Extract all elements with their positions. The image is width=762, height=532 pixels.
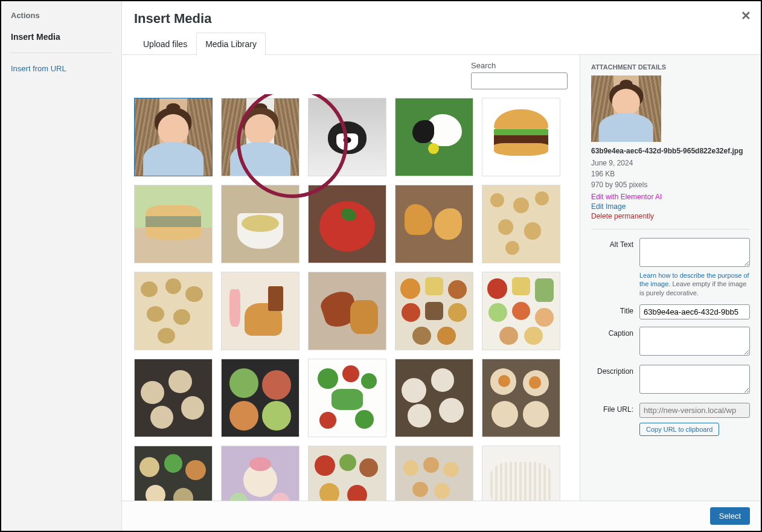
tab-media-library[interactable]: Media Library <box>196 33 266 55</box>
media-item[interactable] <box>395 446 473 501</box>
media-item[interactable] <box>482 272 560 350</box>
thumbnail-image <box>309 359 386 437</box>
thumbnail-image <box>482 359 560 437</box>
media-item[interactable] <box>221 359 299 437</box>
thumbnail-image <box>395 98 473 176</box>
edit-image-link[interactable]: Edit Image <box>591 202 750 211</box>
thumbnail-image <box>222 98 299 176</box>
media-item[interactable] <box>134 272 213 350</box>
media-item[interactable] <box>482 98 560 176</box>
preview-thumbnail <box>591 75 661 142</box>
sidebar-item-insert-media[interactable]: Insert Media <box>1 26 121 48</box>
media-item[interactable] <box>482 359 560 437</box>
file-url-input[interactable] <box>639 403 750 418</box>
thumbnail-image <box>395 359 473 437</box>
alt-text-input[interactable] <box>639 238 750 267</box>
main-panel: ✕ Insert Media Upload files Media Librar… <box>122 1 761 531</box>
edit-with-ai-link[interactable]: Edit with Elementor AI <box>591 193 750 201</box>
caption-input[interactable] <box>639 327 750 356</box>
modal-title: Insert Media <box>122 1 761 33</box>
search-input[interactable] <box>471 72 568 89</box>
modal-footer: Select <box>122 501 761 531</box>
thumbnail-image <box>395 446 473 501</box>
search-label: Search <box>471 61 568 70</box>
tab-upload-files[interactable]: Upload files <box>134 33 196 55</box>
media-item[interactable] <box>221 446 299 501</box>
media-item[interactable] <box>308 359 386 437</box>
tabs-row: Upload files Media Library <box>122 33 761 55</box>
thumbnail-image <box>222 446 299 501</box>
media-item[interactable] <box>221 185 299 263</box>
caption-label: Caption <box>591 327 639 338</box>
thumbnail-image <box>135 272 212 350</box>
thumbnail-image <box>222 185 299 263</box>
attachment-dimensions: 970 by 905 pixels <box>591 179 750 190</box>
media-item[interactable] <box>134 359 213 437</box>
copy-url-button[interactable]: Copy URL to clipboard <box>639 423 719 436</box>
thumbnail-image <box>135 446 212 501</box>
media-item[interactable] <box>482 446 560 501</box>
media-item[interactable] <box>482 185 560 263</box>
sidebar-separator <box>11 53 112 53</box>
media-item[interactable] <box>221 98 299 176</box>
thumbnail-image <box>309 446 386 501</box>
media-item[interactable] <box>308 185 386 263</box>
title-label: Title <box>591 304 639 315</box>
attachment-details-panel: ATTACHMENT DETAILS 63b9e4ea-aec6-432d-9b… <box>580 55 761 501</box>
close-icon[interactable]: ✕ <box>741 8 751 23</box>
media-item[interactable] <box>395 272 473 350</box>
media-grid: ✓ <box>134 98 575 501</box>
actions-sidebar: Actions Insert Media Insert from URL <box>1 1 122 531</box>
title-input[interactable] <box>639 304 750 319</box>
thumbnail-image <box>482 185 560 263</box>
thumbnail-image <box>482 446 560 501</box>
details-separator <box>591 229 750 229</box>
thumbnail-image <box>135 359 212 437</box>
alt-text-help: Learn how to describe the purpose of the… <box>639 271 750 297</box>
attachment-filename: 63b9e4ea-aec6-432d-9bb5-965d822e32ef.jpg <box>591 147 750 155</box>
sidebar-item-insert-from-url[interactable]: Insert from URL <box>1 58 121 79</box>
description-label: Description <box>591 365 639 376</box>
attachment-date: June 9, 2024 <box>591 158 750 168</box>
sidebar-heading: Actions <box>1 11 121 26</box>
thumbnail-image <box>135 185 212 263</box>
thumbnail-image <box>309 98 386 176</box>
thumbnail-image <box>135 98 212 176</box>
description-input[interactable] <box>639 365 750 394</box>
alt-text-label: Alt Text <box>591 238 639 249</box>
thumbnail-image <box>482 272 560 350</box>
select-button[interactable]: Select <box>710 507 750 525</box>
thumbnail-image <box>395 185 473 263</box>
media-item[interactable] <box>308 446 386 501</box>
file-url-label: File URL: <box>591 403 639 414</box>
media-item[interactable] <box>308 98 386 176</box>
media-library-panel: Search ✓ <box>122 55 580 501</box>
thumbnail-image <box>395 272 473 350</box>
thumbnail-image <box>309 185 386 263</box>
media-item[interactable] <box>134 446 213 501</box>
media-item[interactable] <box>134 185 213 263</box>
media-item[interactable] <box>308 272 386 350</box>
media-item[interactable] <box>395 98 473 176</box>
media-item[interactable] <box>395 185 473 263</box>
media-item-selected[interactable]: ✓ <box>134 98 213 176</box>
media-item[interactable] <box>221 272 299 350</box>
media-item[interactable] <box>395 359 473 437</box>
thumbnail-image <box>222 272 299 350</box>
thumbnail-image <box>309 272 386 350</box>
delete-permanently-link[interactable]: Delete permanently <box>591 212 750 220</box>
details-heading: ATTACHMENT DETAILS <box>591 63 750 71</box>
thumbnail-image <box>222 359 299 437</box>
attachment-size: 196 KB <box>591 168 750 179</box>
thumbnail-image <box>482 98 560 176</box>
